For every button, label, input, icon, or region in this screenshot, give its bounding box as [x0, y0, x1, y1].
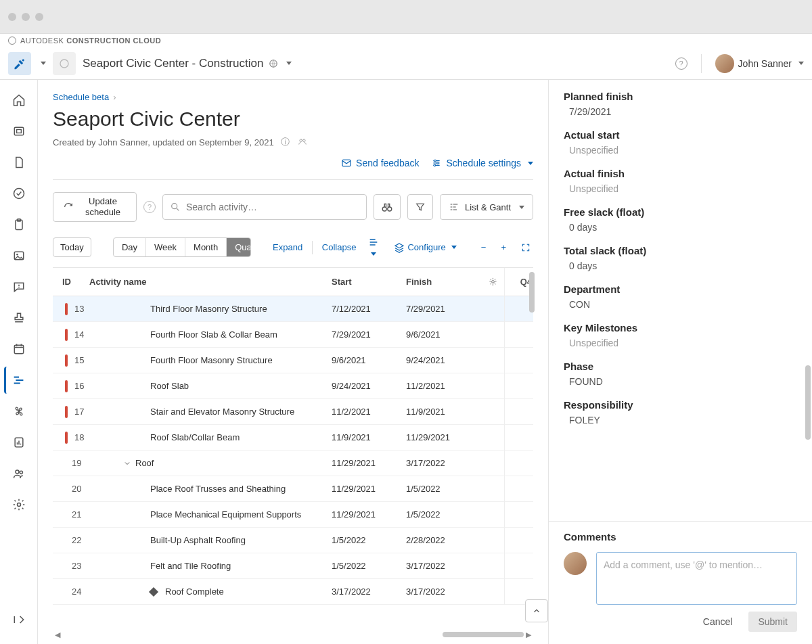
table-header: ID Activity name Start Finish Q4: [53, 268, 533, 296]
th-settings[interactable]: [480, 277, 505, 287]
project-name: Seaport Civic Center - Construction: [83, 57, 263, 70]
sidebar-item-forms[interactable]: [5, 211, 32, 238]
window-min-dot[interactable]: [22, 13, 30, 21]
sidebar-item-calendar[interactable]: [5, 336, 32, 363]
send-feedback-link[interactable]: Send feedback: [341, 158, 419, 168]
indent-icon[interactable]: [365, 234, 382, 260]
range-week[interactable]: Week: [146, 238, 185, 256]
sidebar-item-schedule[interactable]: [4, 367, 31, 394]
globe-icon: [59, 58, 70, 69]
sidebar-item-stamp[interactable]: [5, 304, 32, 331]
table-row[interactable]: 19Roof11/29/20213/17/2022: [53, 451, 533, 476]
vertical-scrollbar[interactable]: [529, 272, 535, 313]
row-id: 24: [72, 586, 81, 597]
sidebar-item-sheets[interactable]: [5, 118, 32, 145]
svg-point-21: [434, 164, 436, 166]
comment-placeholder: Add a comment, use '@' to mention…: [604, 559, 763, 570]
row-start: 11/2/2021: [332, 407, 406, 417]
collapse-button[interactable]: Collapse: [322, 242, 357, 252]
th-name: Activity name: [89, 277, 332, 287]
sidebar-item-members[interactable]: [5, 460, 32, 487]
range-day[interactable]: Day: [114, 238, 146, 256]
submit-button[interactable]: Submit: [748, 612, 797, 632]
collapse-icon: [12, 613, 26, 626]
row-finish: 1/5/2022: [406, 484, 480, 494]
table-row[interactable]: 17Stair and Elevator Masonry Structure11…: [53, 399, 533, 425]
window-close-dot[interactable]: [8, 13, 16, 21]
app-switcher-caret-icon[interactable]: [41, 62, 46, 65]
sidebar-item-settings[interactable]: [5, 491, 32, 518]
sidebar-item-reports[interactable]: [5, 429, 32, 456]
schedule-settings-link[interactable]: Schedule settings: [431, 158, 533, 168]
window-max-dot[interactable]: [35, 13, 43, 21]
filter-button[interactable]: [407, 194, 433, 220]
search-input[interactable]: [186, 202, 359, 212]
page-vertical-scrollbar[interactable]: [805, 365, 811, 440]
row-start: 1/5/2022: [332, 535, 406, 545]
hscroll-right-icon[interactable]: ▶: [524, 630, 533, 639]
fullscreen-button[interactable]: [518, 240, 533, 255]
hscroll-left-icon[interactable]: ◀: [53, 630, 62, 639]
table-row[interactable]: 23Felt and Tile Roofing1/5/20223/17/2022: [53, 553, 533, 579]
table-row[interactable]: 20Place Roof Trusses and Sheathing11/29/…: [53, 476, 533, 502]
table-row[interactable]: 16Roof Slab9/24/202111/2/2021: [53, 373, 533, 399]
sidebar-item-photos[interactable]: [5, 242, 32, 269]
toolbar: Update schedule ? List & Gantt: [53, 192, 533, 222]
detail-label: Free slack (float): [564, 206, 797, 218]
table-row[interactable]: 24Roof Complete3/17/20223/17/2022: [53, 579, 533, 605]
detail-field: Planned finish7/29/2021: [564, 91, 797, 117]
scroll-to-top-button[interactable]: [525, 599, 548, 622]
breadcrumb[interactable]: Schedule beta ›: [53, 92, 533, 102]
search-activity[interactable]: [162, 194, 367, 220]
detail-label: Actual finish: [564, 168, 797, 179]
activity-name: Roof: [135, 458, 154, 468]
activity-name: Roof Complete: [165, 586, 224, 597]
share-people-icon[interactable]: [296, 137, 309, 147]
app-switcher-button[interactable]: [8, 52, 31, 75]
table-row[interactable]: 18Roof Slab/Collar Beam11/9/202111/29/20…: [53, 425, 533, 451]
user-menu[interactable]: John Sanner: [715, 54, 804, 73]
settings-caret-icon: [528, 162, 533, 165]
critical-marker: [65, 406, 68, 418]
table-row[interactable]: 21Place Mechanical Equipment Supports11/…: [53, 502, 533, 528]
today-button[interactable]: Today: [53, 237, 91, 257]
configure-button[interactable]: Configure: [391, 239, 459, 256]
sidebar-collapse-button[interactable]: [5, 606, 32, 633]
sidebar-item-assets[interactable]: [5, 398, 32, 425]
svg-point-14: [20, 471, 22, 474]
row-start: 11/9/2021: [332, 432, 406, 442]
row-id: 21: [72, 509, 81, 520]
info-icon[interactable]: ⓘ: [281, 136, 290, 148]
zoom-out-button[interactable]: −: [478, 239, 489, 255]
table-row[interactable]: 15Fourth Floor Masonry Structure9/6/2021…: [53, 348, 533, 373]
table-row[interactable]: 14Fourth Floor Slab & Collar Beam7/29/20…: [53, 322, 533, 348]
update-help-icon[interactable]: ?: [143, 201, 156, 213]
search-icon: [170, 202, 181, 212]
sidebar-item-home[interactable]: [5, 87, 32, 114]
horizontal-scrollbar[interactable]: ◀ ▶: [53, 632, 533, 637]
range-quarter[interactable]: Quarter: [227, 238, 251, 256]
detail-value: 0 days: [564, 260, 797, 271]
view-mode-button[interactable]: List & Gantt: [440, 194, 533, 220]
chevron-down-icon[interactable]: [123, 459, 131, 467]
range-month[interactable]: Month: [185, 238, 227, 256]
sidebar-item-issues[interactable]: [5, 273, 32, 300]
breadcrumb-label: Schedule beta: [53, 92, 109, 102]
table-row[interactable]: 13Third Floor Masonry Structure7/12/2021…: [53, 296, 533, 322]
zoom-in-button[interactable]: +: [498, 239, 509, 255]
home-icon: [12, 93, 26, 107]
table-body: 13Third Floor Masonry Structure7/12/2021…: [53, 296, 533, 605]
table-row[interactable]: 22Built-Up Asphalt Roofing1/5/20222/28/2…: [53, 528, 533, 553]
expand-button[interactable]: Expand: [273, 242, 302, 252]
comment-input[interactable]: Add a comment, use '@' to mention…: [596, 552, 797, 605]
update-schedule-button[interactable]: Update schedule: [53, 192, 137, 222]
project-icon-button[interactable]: [53, 52, 76, 75]
help-button[interactable]: ?: [675, 58, 687, 70]
view-mode-caret-icon: [519, 206, 524, 209]
binoculars-button[interactable]: [374, 194, 401, 220]
project-selector[interactable]: Seaport Civic Center - Construction: [83, 57, 292, 70]
cancel-button[interactable]: Cancel: [694, 612, 742, 632]
sidebar-item-approve[interactable]: [5, 180, 32, 207]
sidebar-item-files[interactable]: [5, 149, 32, 176]
row-start: 3/17/2022: [332, 586, 406, 597]
